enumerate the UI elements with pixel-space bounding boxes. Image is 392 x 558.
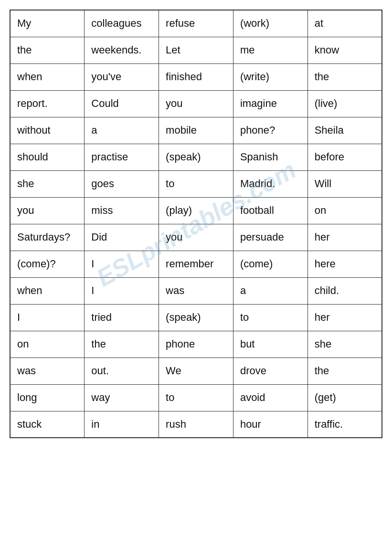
cell-r14-c4: (get) [307,384,382,411]
cell-r3-c2: you [159,90,233,117]
cell-r13-c3: drove [233,358,307,384]
cell-r8-c4: her [307,224,382,251]
cell-r5-c1: practise [85,144,159,170]
table-row: theweekends.Letmeknow [10,37,382,63]
cell-r2-c0: when [10,63,85,90]
cell-r12-c3: but [233,331,307,358]
cell-r3-c0: report. [10,90,85,117]
cell-r7-c2: (play) [159,197,233,224]
cell-r1-c4: know [307,37,382,63]
cell-r3-c4: (live) [307,90,382,117]
cell-r1-c1: weekends. [85,37,159,63]
table-row: longwaytoavoid(get) [10,384,382,411]
table-row: shouldpractise(speak)Spanishbefore [10,144,382,170]
cell-r15-c2: rush [159,411,233,438]
cell-r10-c4: child. [307,277,382,304]
cell-r15-c0: stuck [10,411,85,438]
table-row: wasout.Wedrovethe [10,358,382,384]
cell-r1-c0: the [10,37,85,63]
cell-r3-c3: imagine [233,90,307,117]
cell-r0-c3: (work) [233,10,307,37]
cell-r0-c2: refuse [159,10,233,37]
cell-r13-c2: We [159,358,233,384]
cell-r5-c3: Spanish [233,144,307,170]
cell-r2-c3: (write) [233,63,307,90]
table-row: stuckinrushhourtraffic. [10,411,382,438]
cell-r8-c1: Did [85,224,159,251]
table-row: whenyou'vefinished(write)the [10,63,382,90]
cell-r9-c3: (come) [233,251,307,277]
cell-r2-c2: finished [159,63,233,90]
cell-r13-c1: out. [85,358,159,384]
cell-r11-c1: tried [85,304,159,331]
cell-r8-c0: Saturdays? [10,224,85,251]
page-container: ESLprintables.com Mycolleaguesrefuse(wor… [10,10,382,438]
cell-r14-c3: avoid [233,384,307,411]
table-row: report.Couldyouimagine(live) [10,90,382,117]
cell-r2-c1: you've [85,63,159,90]
cell-r0-c1: colleagues [85,10,159,37]
cell-r3-c1: Could [85,90,159,117]
cell-r7-c4: on [307,197,382,224]
table-row: (come)?Iremember(come)here [10,251,382,277]
cell-r6-c0: she [10,170,85,197]
cell-r8-c3: persuade [233,224,307,251]
cell-r11-c0: I [10,304,85,331]
cell-r12-c4: she [307,331,382,358]
cell-r5-c0: should [10,144,85,170]
cell-r11-c2: (speak) [159,304,233,331]
cell-r4-c3: phone? [233,117,307,144]
cell-r0-c4: at [307,10,382,37]
cell-r5-c4: before [307,144,382,170]
cell-r12-c2: phone [159,331,233,358]
table-row: shegoestoMadrid.Will [10,170,382,197]
cell-r15-c3: hour [233,411,307,438]
cell-r9-c4: here [307,251,382,277]
cell-r10-c3: a [233,277,307,304]
cell-r9-c1: I [85,251,159,277]
table-row: whenIwasachild. [10,277,382,304]
cell-r15-c4: traffic. [307,411,382,438]
cell-r11-c3: to [233,304,307,331]
cell-r4-c1: a [85,117,159,144]
cell-r4-c2: mobile [159,117,233,144]
cell-r6-c4: Will [307,170,382,197]
cell-r1-c2: Let [159,37,233,63]
cell-r6-c2: to [159,170,233,197]
cell-r7-c1: miss [85,197,159,224]
table-row: Mycolleaguesrefuse(work)at [10,10,382,37]
cell-r14-c2: to [159,384,233,411]
table-row: Itried(speak)toher [10,304,382,331]
cell-r15-c1: in [85,411,159,438]
cell-r4-c4: Sheila [307,117,382,144]
cell-r9-c0: (come)? [10,251,85,277]
cell-r14-c1: way [85,384,159,411]
cell-r7-c0: you [10,197,85,224]
cell-r13-c0: was [10,358,85,384]
cell-r7-c3: football [233,197,307,224]
table-row: withoutamobilephone?Sheila [10,117,382,144]
cell-r5-c2: (speak) [159,144,233,170]
table-row: youmiss(play)footballon [10,197,382,224]
cell-r12-c0: on [10,331,85,358]
cell-r1-c3: me [233,37,307,63]
table-row: Saturdays?Didyoupersuadeher [10,224,382,251]
cell-r0-c0: My [10,10,85,37]
cell-r11-c4: her [307,304,382,331]
cell-r10-c2: was [159,277,233,304]
cell-r4-c0: without [10,117,85,144]
cell-r6-c3: Madrid. [233,170,307,197]
cell-r10-c0: when [10,277,85,304]
cell-r12-c1: the [85,331,159,358]
cell-r2-c4: the [307,63,382,90]
cell-r14-c0: long [10,384,85,411]
cell-r13-c4: the [307,358,382,384]
cell-r8-c2: you [159,224,233,251]
cell-r10-c1: I [85,277,159,304]
word-table: Mycolleaguesrefuse(work)attheweekends.Le… [10,10,382,438]
cell-r6-c1: goes [85,170,159,197]
cell-r9-c2: remember [159,251,233,277]
table-row: onthephonebutshe [10,331,382,358]
